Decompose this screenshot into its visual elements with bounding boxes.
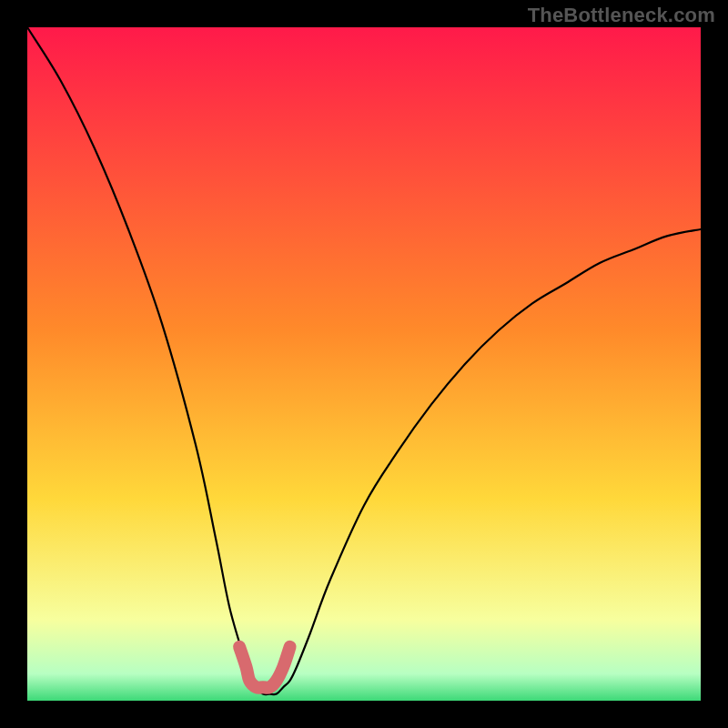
watermark-text: TheBottleneck.com — [528, 4, 715, 27]
plot-area — [27, 27, 701, 701]
gradient-bg — [27, 27, 701, 701]
chart-frame: TheBottleneck.com — [0, 0, 728, 728]
chart-svg — [27, 27, 701, 701]
